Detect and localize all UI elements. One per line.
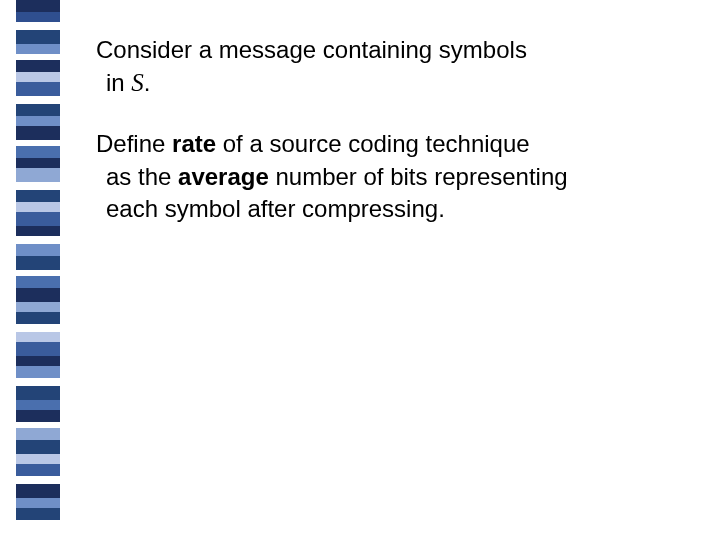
ribbon-segment	[16, 476, 60, 484]
term-rate: rate	[172, 130, 216, 157]
ribbon-segment	[16, 332, 60, 342]
p1-line2a: in	[106, 69, 131, 96]
ribbon-segment	[16, 454, 60, 464]
ribbon-segment	[16, 116, 60, 126]
paragraph-2: Define rate of a source coding technique…	[96, 128, 706, 225]
p1-line2c: .	[144, 69, 151, 96]
p2-line1c: of a source coding technique	[216, 130, 530, 157]
ribbon-segment	[16, 30, 60, 44]
p1-line1: Consider a message containing symbols	[96, 36, 527, 63]
ribbon-segment	[16, 498, 60, 508]
ribbon-segment	[16, 12, 60, 22]
ribbon-segment	[16, 464, 60, 476]
ribbon-segment	[16, 312, 60, 324]
ribbon-segment	[16, 146, 60, 158]
ribbon-segment	[16, 386, 60, 400]
ribbon-segment	[16, 22, 60, 30]
ribbon-segment	[16, 236, 60, 244]
ribbon-segment	[16, 288, 60, 302]
ribbon-segment	[16, 212, 60, 226]
ribbon-segment	[16, 400, 60, 410]
decorative-ribbon	[16, 0, 60, 540]
ribbon-segment	[16, 104, 60, 116]
ribbon-segment	[16, 324, 60, 332]
term-average: average	[178, 163, 269, 190]
ribbon-segment	[16, 378, 60, 386]
ribbon-segment	[16, 366, 60, 378]
ribbon-segment	[16, 226, 60, 236]
ribbon-segment	[16, 158, 60, 168]
ribbon-segment	[16, 428, 60, 440]
p2-line1a: Define	[96, 130, 172, 157]
ribbon-segment	[16, 410, 60, 422]
symbol-set-s: S	[131, 69, 144, 96]
ribbon-segment	[16, 302, 60, 312]
ribbon-segment	[16, 342, 60, 356]
ribbon-segment	[16, 202, 60, 212]
ribbon-segment	[16, 244, 60, 256]
ribbon-segment	[16, 60, 60, 72]
ribbon-segment	[16, 276, 60, 288]
ribbon-segment	[16, 356, 60, 366]
ribbon-segment	[16, 190, 60, 202]
ribbon-segment	[16, 440, 60, 454]
ribbon-segment	[16, 182, 60, 190]
ribbon-segment	[16, 72, 60, 82]
p2-line3: each symbol after compressing.	[96, 195, 445, 222]
ribbon-segment	[16, 44, 60, 54]
ribbon-segment	[16, 484, 60, 498]
ribbon-segment	[16, 82, 60, 96]
paragraph-1: Consider a message containing symbols in…	[96, 34, 706, 100]
ribbon-segment	[16, 508, 60, 520]
ribbon-segment	[16, 96, 60, 104]
ribbon-segment	[16, 126, 60, 140]
ribbon-segment	[16, 168, 60, 182]
p2-line2c: number of bits representing	[269, 163, 568, 190]
ribbon-segment	[16, 256, 60, 270]
slide-content: Consider a message containing symbols in…	[96, 34, 706, 253]
ribbon-segment	[16, 0, 60, 12]
p2-line2a: as the	[106, 163, 178, 190]
